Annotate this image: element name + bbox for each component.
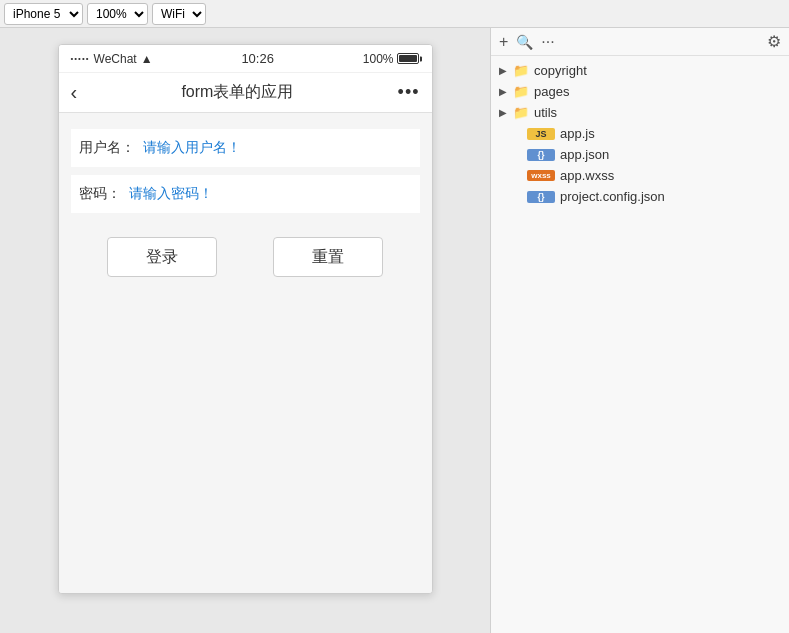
tree-item-utils[interactable]: ▶ 📁 utils: [491, 102, 789, 123]
project-config-label: project.config.json: [560, 189, 665, 204]
battery-percent-label: 100%: [363, 52, 394, 66]
back-button[interactable]: ‹: [71, 81, 78, 104]
status-right: 100%: [363, 52, 420, 66]
username-row: 用户名： 请输入用户名！: [71, 129, 420, 167]
right-panel: + 🔍 ··· ⚙ ▶ 📁 copyright ▶ 📁 pages ▶ 📁: [490, 28, 789, 633]
search-icon[interactable]: 🔍: [516, 34, 533, 50]
phone-status-bar: ••••• WeChat ▲ 10:26 100%: [59, 45, 432, 73]
tree-item-copyright[interactable]: ▶ 📁 copyright: [491, 60, 789, 81]
right-toolbar: + 🔍 ··· ⚙: [491, 28, 789, 56]
main-area: ••••• WeChat ▲ 10:26 100% ‹ form表单的应用 ••…: [0, 28, 789, 633]
left-panel: ••••• WeChat ▲ 10:26 100% ‹ form表单的应用 ••…: [0, 28, 490, 633]
username-placeholder[interactable]: 请输入用户名！: [143, 129, 241, 167]
tree-item-app-js[interactable]: JS app.js: [491, 123, 789, 144]
nav-more-button[interactable]: •••: [398, 82, 420, 103]
wxss-badge: wxss: [527, 170, 555, 181]
phone-frame: ••••• WeChat ▲ 10:26 100% ‹ form表单的应用 ••…: [58, 44, 433, 594]
tree-item-pages[interactable]: ▶ 📁 pages: [491, 81, 789, 102]
pages-label: pages: [534, 84, 569, 99]
form-buttons: 登录 重置: [71, 237, 420, 277]
add-icon[interactable]: +: [499, 33, 508, 51]
username-label: 用户名：: [71, 129, 143, 167]
wechat-nav: ‹ form表单的应用 •••: [59, 73, 432, 113]
tree-item-app-wxss[interactable]: wxss app.wxss: [491, 165, 789, 186]
signal-dots: •••••: [71, 54, 90, 63]
top-toolbar: iPhone 5 iPhone 6 iPhone X 100% 75% 50% …: [0, 0, 789, 28]
tree-item-app-json[interactable]: {} app.json: [491, 144, 789, 165]
login-button[interactable]: 登录: [107, 237, 217, 277]
copyright-label: copyright: [534, 63, 587, 78]
utils-label: utils: [534, 105, 557, 120]
password-label: 密码：: [71, 175, 129, 213]
settings-icon[interactable]: ⚙: [767, 32, 781, 51]
battery-fill: [399, 55, 417, 62]
phone-content: 用户名： 请输入用户名！ 密码： 请输入密码！ 登录 重置: [59, 113, 432, 593]
json-badge-project: {}: [527, 191, 555, 203]
file-tree: ▶ 📁 copyright ▶ 📁 pages ▶ 📁 utils JS app…: [491, 56, 789, 211]
password-placeholder[interactable]: 请输入密码！: [129, 175, 213, 213]
js-badge: JS: [527, 128, 555, 140]
tree-item-project-config[interactable]: {} project.config.json: [491, 186, 789, 207]
network-select[interactable]: WiFi 3G 4G: [152, 3, 206, 25]
status-left: ••••• WeChat ▲: [71, 52, 153, 66]
wifi-icon: ▲: [141, 52, 153, 66]
password-row: 密码： 请输入密码！: [71, 175, 420, 213]
nav-title: form表单的应用: [181, 82, 293, 103]
reset-button[interactable]: 重置: [273, 237, 383, 277]
folder-copyright-icon: 📁: [513, 63, 529, 78]
zoom-select[interactable]: 100% 75% 50%: [87, 3, 148, 25]
battery-icon: [397, 53, 419, 64]
arrow-copyright: ▶: [499, 65, 513, 76]
folder-utils-icon: 📁: [513, 105, 529, 120]
app-js-label: app.js: [560, 126, 595, 141]
more-options-icon[interactable]: ···: [541, 33, 554, 51]
app-wxss-label: app.wxss: [560, 168, 614, 183]
carrier-label: WeChat: [94, 52, 137, 66]
app-json-label: app.json: [560, 147, 609, 162]
arrow-utils: ▶: [499, 107, 513, 118]
device-select[interactable]: iPhone 5 iPhone 6 iPhone X: [4, 3, 83, 25]
arrow-pages: ▶: [499, 86, 513, 97]
folder-pages-icon: 📁: [513, 84, 529, 99]
json-badge-app: {}: [527, 149, 555, 161]
time-display: 10:26: [241, 51, 274, 66]
